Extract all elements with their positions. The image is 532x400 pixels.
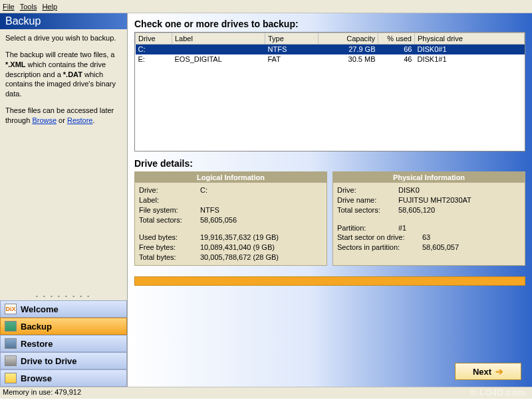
nav-separator: • • • • • • • • — [0, 292, 127, 300]
col-capacity[interactable]: Capacity — [319, 33, 378, 45]
link-browse[interactable]: Browse — [32, 116, 57, 124]
table-header-row: Drive Label Type Capacity % used Physica… — [136, 33, 525, 45]
drives-heading: Check one or more drives to backup: — [134, 19, 525, 29]
col-label[interactable]: Label — [172, 33, 265, 45]
nav-backup[interactable]: Backup — [0, 318, 127, 335]
table-row[interactable]: E: EOS_DIGITAL FAT 30.5 MB 46 DISK1#1 — [136, 54, 525, 64]
dix-icon: DiX — [5, 304, 17, 314]
logical-info-box: Logical Information Drive:C: Label: File… — [134, 171, 327, 266]
nav-restore[interactable]: Restore — [0, 335, 127, 352]
sidebar: Backup Select a drive you wish to backup… — [0, 13, 128, 387]
folder-icon — [5, 373, 17, 383]
sidebar-description: Select a drive you wish to backup. The b… — [0, 29, 127, 292]
next-label: Next — [473, 367, 491, 377]
arrow-right-icon: ➔ — [495, 366, 503, 377]
memory-status: Memory in use: 479,912 — [3, 388, 81, 396]
logical-title: Logical Information — [135, 172, 327, 183]
menubar: File Tools Help — [0, 0, 532, 13]
nav-label: Welcome — [21, 304, 59, 314]
physical-title: Physical Information — [333, 172, 525, 183]
table-row[interactable]: C: NTFS 27.9 GB 66 DISK0#1 — [136, 45, 525, 54]
nav-label: Restore — [21, 339, 53, 349]
menu-file[interactable]: File — [3, 3, 15, 11]
link-restore[interactable]: Restore — [67, 116, 93, 124]
physical-info-box: Physical Information Drive:DISK0 Drive n… — [332, 171, 525, 266]
nav-drive-to-drive[interactable]: Drive to Drive — [0, 352, 127, 369]
progress-bar — [134, 276, 525, 286]
next-button[interactable]: Next ➔ — [455, 363, 521, 380]
backup-icon — [5, 321, 17, 332]
details-heading: Drive details: — [134, 158, 525, 169]
drive-table[interactable]: Drive Label Type Capacity % used Physica… — [134, 32, 525, 151]
col-drive[interactable]: Drive — [136, 33, 172, 45]
status-bar: Memory in use: 479,912 — [0, 387, 532, 399]
nav-browse[interactable]: Browse — [0, 369, 127, 387]
menu-tools[interactable]: Tools — [20, 3, 37, 11]
restore-icon — [5, 338, 17, 349]
content-area: Check one or more drives to backup: Driv… — [128, 13, 532, 387]
col-used[interactable]: % used — [378, 33, 415, 45]
nav-label: Browse — [21, 373, 52, 383]
nav-label: Backup — [21, 322, 52, 332]
col-physical[interactable]: Physical drive — [415, 33, 525, 45]
nav-welcome[interactable]: DiX Welcome — [0, 300, 127, 318]
col-type[interactable]: Type — [265, 33, 319, 45]
drive-to-drive-icon — [5, 355, 17, 366]
menu-help[interactable]: Help — [42, 3, 57, 11]
nav-label: Drive to Drive — [21, 356, 77, 366]
sidebar-title: Backup — [0, 13, 127, 29]
